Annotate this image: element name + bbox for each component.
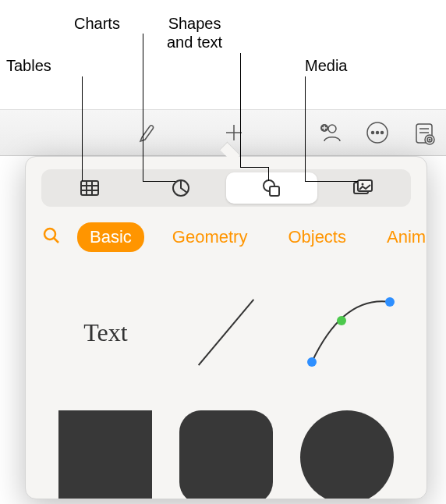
insert-popover: Basic Geometry Objects Anim Text xyxy=(25,156,427,499)
svg-rect-23 xyxy=(270,186,279,196)
shape-text[interactable]: Text xyxy=(49,282,162,383)
category-animals[interactable]: Anim xyxy=(374,222,427,252)
segment-charts[interactable] xyxy=(136,172,227,204)
category-objects[interactable]: Objects xyxy=(275,222,359,252)
shape-square[interactable] xyxy=(49,406,162,499)
svg-point-29 xyxy=(307,357,317,367)
svg-point-2 xyxy=(328,125,336,133)
callout-shapes: Shapes and text xyxy=(167,14,222,51)
collaborate-icon[interactable] xyxy=(315,117,346,148)
more-ellipsis-icon[interactable] xyxy=(362,117,393,148)
svg-point-31 xyxy=(385,297,395,307)
callout-charts: Charts xyxy=(74,14,120,33)
shape-rounded-square[interactable] xyxy=(170,406,283,499)
callout-tables: Tables xyxy=(6,56,51,75)
shapes-grid: Text xyxy=(26,266,427,499)
shape-line[interactable] xyxy=(170,282,283,383)
category-geometry[interactable]: Geometry xyxy=(160,222,260,252)
format-brush-icon[interactable] xyxy=(131,117,162,148)
shape-categories: Basic Geometry Objects Anim xyxy=(26,216,427,266)
presenter-notes-icon[interactable] xyxy=(409,117,440,148)
category-basic[interactable]: Basic xyxy=(77,222,144,252)
svg-point-26 xyxy=(361,183,363,186)
segment-media[interactable] xyxy=(317,172,409,204)
shape-text-label: Text xyxy=(83,318,127,347)
svg-point-30 xyxy=(337,316,346,325)
svg-point-15 xyxy=(429,139,431,141)
svg-point-27 xyxy=(44,229,55,240)
svg-point-9 xyxy=(381,132,384,134)
svg-point-8 xyxy=(377,132,379,134)
segment-shapes[interactable] xyxy=(226,172,317,204)
segment-tables[interactable] xyxy=(44,172,136,204)
insert-plus-icon[interactable] xyxy=(218,117,250,148)
insert-type-segmented-control xyxy=(41,169,411,207)
shape-curve[interactable] xyxy=(290,282,403,383)
svg-point-7 xyxy=(372,132,374,134)
shape-circle[interactable] xyxy=(290,406,403,499)
svg-rect-16 xyxy=(81,181,98,195)
callout-media: Media xyxy=(305,56,347,75)
svg-line-28 xyxy=(54,238,58,243)
search-icon[interactable] xyxy=(41,225,62,249)
